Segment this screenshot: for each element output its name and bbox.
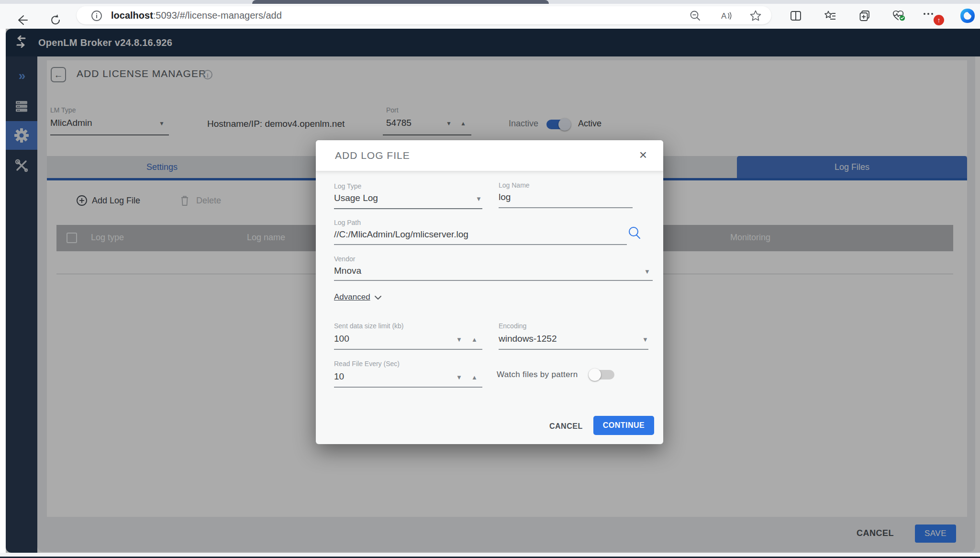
url-text[interactable]: localhost:5093/#/license-managers/add	[111, 6, 282, 24]
read-every-increment-icon[interactable]: ▲	[471, 374, 478, 380]
log-type-label: Log Type	[334, 182, 361, 190]
sent-size-decrement-icon[interactable]: ▼	[456, 336, 462, 343]
browse-path-button[interactable]	[627, 225, 642, 241]
dialog-close-icon[interactable]: ×	[634, 146, 653, 165]
vendor-underline	[334, 280, 653, 281]
read-aloud-icon[interactable]: A	[719, 9, 733, 22]
browser-tab-remnant	[252, 0, 549, 4]
advanced-toggle-link[interactable]: Advanced	[334, 292, 370, 302]
encoding-dropdown-icon[interactable]: ▼	[642, 336, 648, 343]
vendor-dropdown-icon[interactable]: ▼	[644, 268, 650, 275]
read-every-decrement-icon[interactable]: ▼	[456, 374, 462, 380]
browser-menu-dots-icon[interactable]	[922, 9, 935, 22]
browser-refresh-icon[interactable]	[49, 13, 62, 27]
sent-size-increment-icon[interactable]: ▲	[471, 336, 478, 343]
window-frame-bottom	[0, 553, 980, 557]
sent-size-input[interactable]: 100	[334, 334, 349, 344]
dialog-cancel-button[interactable]: CANCEL	[549, 422, 583, 431]
watch-pattern-label: Watch files by pattern	[497, 370, 578, 379]
update-badge: ↑	[934, 15, 944, 25]
sent-size-label: Sent data size limit (kb)	[334, 322, 404, 330]
site-info-icon[interactable]	[91, 10, 102, 22]
log-path-input[interactable]: //C:/MlicAdmin/Log/mlicserver.log	[334, 229, 468, 240]
encoding-select[interactable]: windows-1252	[499, 334, 557, 344]
badge-arrow: ↑	[937, 16, 941, 24]
log-path-underline	[334, 244, 627, 245]
log-type-select[interactable]: Usage Log	[334, 193, 378, 203]
log-type-underline	[334, 208, 482, 209]
browser-essentials-icon[interactable]	[892, 9, 905, 22]
favorites-bar-icon[interactable]	[824, 9, 837, 22]
encoding-label: Encoding	[499, 322, 526, 330]
favorite-star-icon[interactable]	[749, 9, 762, 22]
read-every-label: Read File Every (Sec)	[334, 360, 400, 368]
split-screen-icon[interactable]	[789, 9, 802, 22]
log-path-label: Log Path	[334, 219, 361, 226]
log-name-underline	[499, 207, 633, 208]
collections-icon[interactable]	[858, 9, 871, 22]
log-name-input[interactable]: log	[499, 192, 511, 202]
read-every-underline	[334, 387, 482, 388]
log-name-label: Log Name	[499, 181, 530, 189]
svg-text:A: A	[721, 11, 727, 21]
watch-pattern-toggle-knob[interactable]	[589, 368, 601, 381]
zoom-out-icon[interactable]	[689, 9, 702, 22]
add-log-file-dialog: ADD LOG FILE Log Type Usage Log ▼ Log Na…	[316, 140, 663, 444]
dialog-continue-button[interactable]: CONTINUE	[593, 416, 654, 435]
read-every-input[interactable]: 10	[334, 371, 344, 382]
screen: localhost:5093/#/license-managers/add A …	[0, 0, 980, 558]
copilot-icon[interactable]	[959, 7, 976, 24]
sent-size-underline	[334, 349, 482, 350]
vendor-label: Vendor	[334, 255, 355, 263]
encoding-underline	[499, 349, 648, 350]
vendor-select[interactable]: Mnova	[334, 266, 361, 276]
url-host: localhost	[111, 10, 153, 21]
url-path: :5093/#/license-managers/add	[153, 10, 282, 21]
advanced-chevron-icon[interactable]	[374, 295, 382, 300]
window-frame-left	[0, 29, 6, 553]
browser-back-icon[interactable]	[15, 13, 29, 27]
search-icon	[627, 225, 642, 241]
log-type-dropdown-icon[interactable]: ▼	[476, 196, 482, 202]
dialog-title: ADD LOG FILE	[335, 140, 410, 171]
